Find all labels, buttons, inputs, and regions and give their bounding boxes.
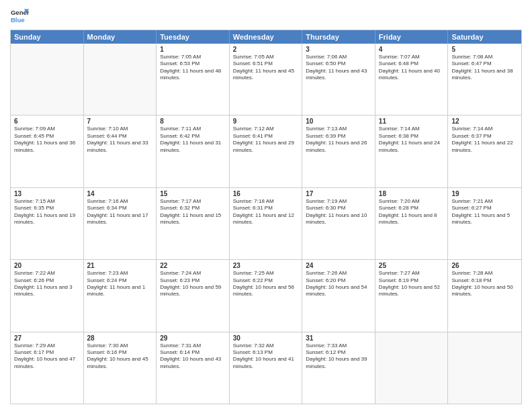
- calendar-cell: 22Sunrise: 7:24 AM Sunset: 6:23 PM Dayli…: [157, 260, 230, 331]
- week-row-2: 6Sunrise: 7:09 AM Sunset: 6:45 PM Daylig…: [11, 116, 521, 187]
- day-number: 9: [233, 118, 299, 125]
- day-number: 29: [160, 334, 226, 342]
- day-number: 17: [306, 190, 371, 197]
- calendar-cell: 16Sunrise: 7:18 AM Sunset: 6:31 PM Dayli…: [230, 188, 303, 259]
- day-info: Sunrise: 7:11 AM Sunset: 6:42 PM Dayligh…: [160, 126, 226, 154]
- day-info: Sunrise: 7:09 AM Sunset: 6:45 PM Dayligh…: [14, 126, 80, 154]
- logo: General Blue: [10, 7, 29, 26]
- day-info: Sunrise: 7:24 AM Sunset: 6:23 PM Dayligh…: [160, 270, 226, 298]
- calendar-cell: 13Sunrise: 7:15 AM Sunset: 6:35 PM Dayli…: [11, 188, 84, 259]
- day-number: 19: [451, 190, 518, 197]
- header: General Blue: [10, 7, 522, 26]
- day-number: 11: [379, 118, 445, 125]
- calendar-cell: 18Sunrise: 7:20 AM Sunset: 6:28 PM Dayli…: [375, 188, 449, 259]
- calendar-cell: 20Sunrise: 7:22 AM Sunset: 6:26 PM Dayli…: [11, 260, 84, 331]
- calendar-cell: 24Sunrise: 7:26 AM Sunset: 6:20 PM Dayli…: [302, 260, 375, 331]
- calendar-cell: 25Sunrise: 7:27 AM Sunset: 6:19 PM Dayli…: [375, 260, 449, 331]
- day-number: 30: [233, 334, 299, 342]
- calendar-cell: 15Sunrise: 7:17 AM Sunset: 6:32 PM Dayli…: [157, 188, 230, 259]
- calendar-cell: 14Sunrise: 7:16 AM Sunset: 6:34 PM Dayli…: [84, 188, 157, 259]
- day-info: Sunrise: 7:16 AM Sunset: 6:34 PM Dayligh…: [87, 198, 153, 226]
- calendar-header: SundayMondayTuesdayWednesdayThursdayFrid…: [11, 30, 521, 44]
- day-info: Sunrise: 7:20 AM Sunset: 6:28 PM Dayligh…: [379, 198, 445, 226]
- svg-text:Blue: Blue: [11, 16, 25, 24]
- day-info: Sunrise: 7:08 AM Sunset: 6:47 PM Dayligh…: [451, 54, 518, 82]
- calendar-cell: 17Sunrise: 7:19 AM Sunset: 6:30 PM Dayli…: [302, 188, 375, 259]
- day-number: 21: [87, 262, 153, 269]
- calendar-cell: 5Sunrise: 7:08 AM Sunset: 6:47 PM Daylig…: [448, 44, 521, 115]
- day-info: Sunrise: 7:21 AM Sunset: 6:27 PM Dayligh…: [451, 198, 518, 226]
- weekday-header-wednesday: Wednesday: [230, 30, 303, 44]
- day-number: 28: [87, 334, 153, 342]
- day-number: 20: [14, 262, 80, 269]
- day-info: Sunrise: 7:26 AM Sunset: 6:20 PM Dayligh…: [306, 270, 371, 298]
- week-row-1: 1Sunrise: 7:05 AM Sunset: 6:53 PM Daylig…: [11, 44, 521, 116]
- calendar-cell: 28Sunrise: 7:30 AM Sunset: 6:16 PM Dayli…: [84, 332, 157, 404]
- weekday-header-sunday: Sunday: [11, 30, 84, 44]
- week-row-3: 13Sunrise: 7:15 AM Sunset: 6:35 PM Dayli…: [11, 188, 521, 260]
- day-number: 16: [233, 190, 299, 197]
- day-number: 1: [160, 46, 226, 53]
- day-info: Sunrise: 7:17 AM Sunset: 6:32 PM Dayligh…: [160, 198, 226, 226]
- calendar-cell: [84, 44, 157, 115]
- day-info: Sunrise: 7:33 AM Sunset: 6:12 PM Dayligh…: [306, 342, 371, 371]
- page: General Blue SundayMondayTuesdayWednesda…: [0, 0, 532, 411]
- calendar-cell: 29Sunrise: 7:31 AM Sunset: 6:14 PM Dayli…: [157, 332, 230, 404]
- calendar-cell: 6Sunrise: 7:09 AM Sunset: 6:45 PM Daylig…: [11, 116, 84, 187]
- calendar-cell: 26Sunrise: 7:28 AM Sunset: 6:18 PM Dayli…: [448, 260, 521, 331]
- day-number: 27: [14, 334, 80, 342]
- calendar-cell: 21Sunrise: 7:23 AM Sunset: 6:24 PM Dayli…: [84, 260, 157, 331]
- day-info: Sunrise: 7:27 AM Sunset: 6:19 PM Dayligh…: [379, 270, 445, 298]
- day-number: 8: [160, 118, 226, 125]
- day-number: 4: [379, 46, 445, 53]
- weekday-header-thursday: Thursday: [302, 30, 375, 44]
- day-info: Sunrise: 7:13 AM Sunset: 6:39 PM Dayligh…: [306, 126, 371, 154]
- day-number: 14: [87, 190, 153, 197]
- day-info: Sunrise: 7:31 AM Sunset: 6:14 PM Dayligh…: [160, 342, 226, 371]
- day-info: Sunrise: 7:10 AM Sunset: 6:44 PM Dayligh…: [87, 126, 153, 154]
- day-info: Sunrise: 7:05 AM Sunset: 6:51 PM Dayligh…: [233, 54, 299, 82]
- weekday-header-tuesday: Tuesday: [157, 30, 230, 44]
- calendar-cell: 9Sunrise: 7:12 AM Sunset: 6:41 PM Daylig…: [230, 116, 303, 187]
- calendar-cell: [11, 44, 84, 115]
- calendar-cell: 12Sunrise: 7:14 AM Sunset: 6:37 PM Dayli…: [448, 116, 521, 187]
- calendar-cell: [448, 332, 521, 404]
- calendar-cell: 3Sunrise: 7:06 AM Sunset: 6:50 PM Daylig…: [302, 44, 375, 115]
- day-number: 10: [306, 118, 371, 125]
- day-info: Sunrise: 7:30 AM Sunset: 6:16 PM Dayligh…: [87, 342, 153, 371]
- day-info: Sunrise: 7:29 AM Sunset: 6:17 PM Dayligh…: [14, 342, 80, 371]
- day-info: Sunrise: 7:32 AM Sunset: 6:13 PM Dayligh…: [233, 342, 299, 371]
- day-number: 2: [233, 46, 299, 53]
- weekday-header-friday: Friday: [375, 30, 449, 44]
- day-info: Sunrise: 7:06 AM Sunset: 6:50 PM Dayligh…: [306, 54, 371, 82]
- day-number: 25: [379, 262, 445, 269]
- calendar-cell: 8Sunrise: 7:11 AM Sunset: 6:42 PM Daylig…: [157, 116, 230, 187]
- calendar-cell: 2Sunrise: 7:05 AM Sunset: 6:51 PM Daylig…: [230, 44, 303, 115]
- day-number: 6: [14, 118, 80, 125]
- calendar-cell: 23Sunrise: 7:25 AM Sunset: 6:22 PM Dayli…: [230, 260, 303, 331]
- day-info: Sunrise: 7:19 AM Sunset: 6:30 PM Dayligh…: [306, 198, 371, 226]
- day-number: 26: [451, 262, 518, 269]
- calendar-cell: 19Sunrise: 7:21 AM Sunset: 6:27 PM Dayli…: [448, 188, 521, 259]
- day-info: Sunrise: 7:18 AM Sunset: 6:31 PM Dayligh…: [233, 198, 299, 226]
- day-number: 13: [14, 190, 80, 197]
- day-number: 15: [160, 190, 226, 197]
- day-number: 5: [451, 46, 518, 53]
- day-number: 7: [87, 118, 153, 125]
- calendar-cell: [375, 332, 449, 404]
- day-info: Sunrise: 7:25 AM Sunset: 6:22 PM Dayligh…: [233, 270, 299, 298]
- week-row-5: 27Sunrise: 7:29 AM Sunset: 6:17 PM Dayli…: [11, 332, 521, 404]
- day-info: Sunrise: 7:05 AM Sunset: 6:53 PM Dayligh…: [160, 54, 226, 82]
- day-number: 3: [306, 46, 371, 53]
- calendar: SundayMondayTuesdayWednesdayThursdayFrid…: [10, 30, 522, 404]
- day-info: Sunrise: 7:28 AM Sunset: 6:18 PM Dayligh…: [451, 270, 518, 298]
- weekday-header-monday: Monday: [84, 30, 157, 44]
- calendar-body: 1Sunrise: 7:05 AM Sunset: 6:53 PM Daylig…: [11, 44, 521, 404]
- calendar-cell: 30Sunrise: 7:32 AM Sunset: 6:13 PM Dayli…: [230, 332, 303, 404]
- day-number: 24: [306, 262, 371, 269]
- day-info: Sunrise: 7:14 AM Sunset: 6:37 PM Dayligh…: [451, 126, 518, 154]
- day-info: Sunrise: 7:07 AM Sunset: 6:48 PM Dayligh…: [379, 54, 445, 82]
- calendar-cell: 7Sunrise: 7:10 AM Sunset: 6:44 PM Daylig…: [84, 116, 157, 187]
- day-number: 12: [451, 118, 518, 125]
- calendar-cell: 31Sunrise: 7:33 AM Sunset: 6:12 PM Dayli…: [302, 332, 375, 404]
